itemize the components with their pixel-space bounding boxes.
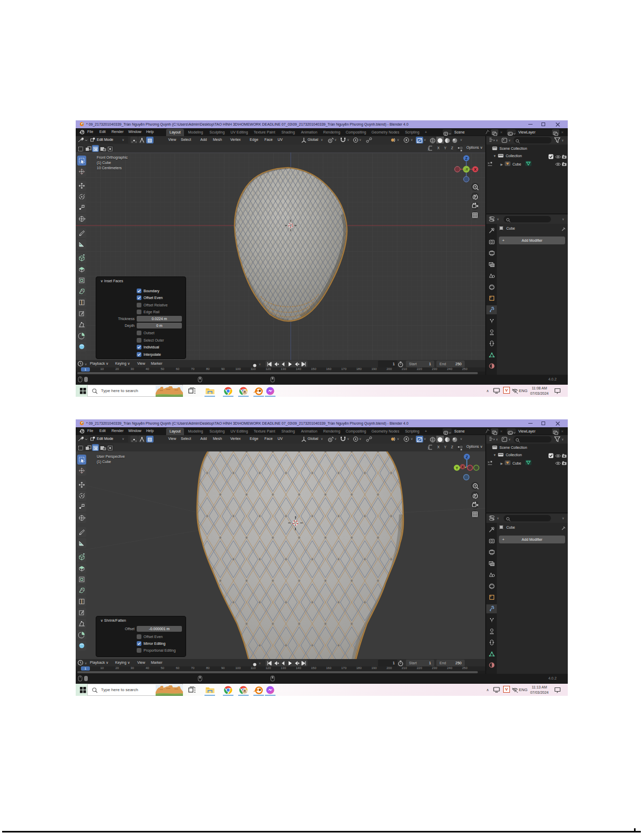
svg-text:Z: Z [465, 156, 468, 161]
svg-text:1: 1 [427, 147, 430, 151]
svg-text:Z: Z [466, 455, 468, 459]
svg-text:-Y: -Y [465, 168, 468, 171]
svg-text:X: X [474, 167, 476, 172]
svg-text:1: 1 [427, 446, 430, 450]
svg-text:Y: Y [456, 466, 458, 470]
svg-text:X: X [462, 465, 464, 469]
